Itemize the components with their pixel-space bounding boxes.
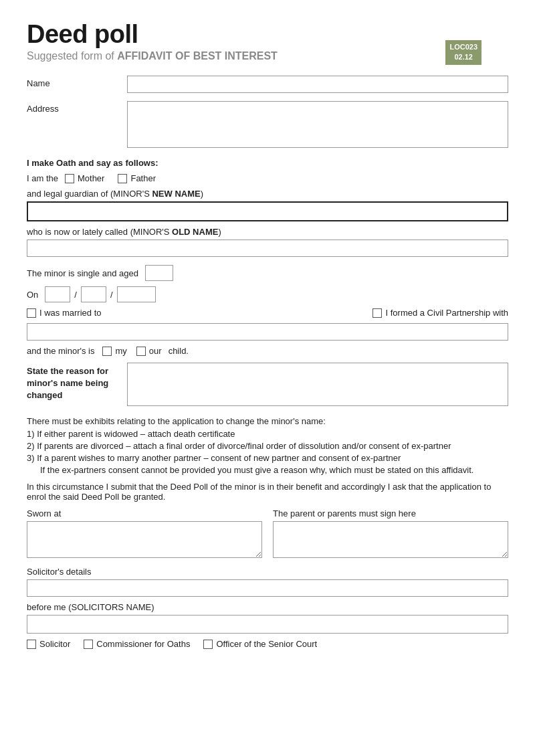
sign-here-input[interactable] <box>273 521 508 558</box>
minor-new-name-input[interactable] <box>27 201 508 221</box>
officer-checkbox-label[interactable]: Officer of the Senior Court <box>203 639 317 649</box>
solicitors-details-section: Solicitor's details <box>27 567 508 597</box>
married-checkbox-label[interactable]: I was married to <box>27 308 101 318</box>
our-checkbox-label[interactable]: our <box>136 346 162 356</box>
submit-text: In this circumstance I submit that the D… <box>27 482 508 502</box>
loc-badge: LOC023 02.12 <box>445 40 481 65</box>
sworn-sign-row: Sworn at The parent or parents must sign… <box>27 508 508 560</box>
my-label: my <box>115 346 126 356</box>
address-label: Address <box>27 101 127 114</box>
marital-row: I was married to I formed a Civil Partne… <box>27 308 508 318</box>
minor-is-label: and the minor's is <box>27 346 94 356</box>
sworn-at-input[interactable] <box>27 521 262 558</box>
mother-checkbox-label[interactable]: Mother <box>65 173 104 183</box>
father-label: Father <box>130 173 156 183</box>
commissioner-label: Commissioner for Oaths <box>96 639 190 649</box>
new-name-bold: NEW NAME <box>152 189 200 199</box>
date-day-input[interactable] <box>45 286 70 302</box>
old-name-close: ) <box>218 227 221 237</box>
exhibits-list: 1) If either parent is widowed – attach … <box>27 429 508 475</box>
married-to-label: I was married to <box>39 308 101 318</box>
reason-row: State the reason for minor's name being … <box>27 363 508 408</box>
father-checkbox-label[interactable]: Father <box>118 173 156 183</box>
legal-guardian-text: and legal guardian of (MINOR'S <box>27 189 152 199</box>
subtitle-plain: Suggested form of <box>27 50 117 62</box>
role-checkboxes-row: Solicitor Commissioner for Oaths Officer… <box>27 639 508 649</box>
our-checkbox[interactable] <box>136 347 146 356</box>
parent-type-row: I am the Mother Father <box>27 173 508 183</box>
civil-partnership-checkbox-label[interactable]: I formed a Civil Partnership with <box>372 308 508 318</box>
old-name-bold: OLD NAME <box>172 227 218 237</box>
address-row: Address <box>27 101 508 150</box>
solicitor-label: Solicitor <box>39 639 70 649</box>
our-label: our <box>149 346 162 356</box>
legal-guardian-line: and legal guardian of (MINOR'S NEW NAME) <box>27 189 508 199</box>
badge-line2: 02.12 <box>449 52 477 62</box>
minor-age-row: The minor is single and aged <box>27 265 508 281</box>
exhibit-3b: If the ex-partners consent cannot be pro… <box>27 465 508 475</box>
sworn-at-label: Sworn at <box>27 508 262 518</box>
commissioner-checkbox-label[interactable]: Commissioner for Oaths <box>84 639 190 649</box>
date-month-input[interactable] <box>81 286 106 302</box>
name-row: Name <box>27 76 508 93</box>
new-name-close: ) <box>201 189 203 199</box>
page-title: Deed poll <box>27 20 508 49</box>
minor-child-row: and the minor's is my our child. <box>27 346 508 356</box>
solicitor-checkbox-label[interactable]: Solicitor <box>27 639 70 649</box>
address-input[interactable] <box>127 101 508 148</box>
sign-here-label: The parent or parents must sign here <box>273 508 508 518</box>
oath-section: I make Oath and say as follows: I am the… <box>27 158 508 356</box>
solicitor-checkbox[interactable] <box>27 640 36 649</box>
father-checkbox[interactable] <box>118 174 127 183</box>
badge-line1: LOC023 <box>449 42 477 52</box>
civil-partnership-checkbox[interactable] <box>372 308 382 318</box>
mother-label: Mother <box>78 173 104 183</box>
name-field-area <box>127 76 508 93</box>
reason-label: State the reason for minor's name being … <box>27 363 127 402</box>
oath-title: I make Oath and say as follows: <box>27 158 508 168</box>
exhibits-section: There must be exhibits relating to the a… <box>27 416 508 475</box>
before-me-input[interactable] <box>27 615 508 634</box>
name-label: Name <box>27 76 127 88</box>
married-checkbox[interactable] <box>27 308 36 318</box>
i-am-the-label: I am the <box>27 173 58 183</box>
solicitors-details-input[interactable] <box>27 579 508 597</box>
sworn-at-col: Sworn at <box>27 508 262 560</box>
commissioner-checkbox[interactable] <box>84 640 93 649</box>
single-aged-label: The minor is single and aged <box>27 268 138 278</box>
exhibit-2: 2) If parents are divorced – attach a fi… <box>27 441 508 451</box>
date-year-input[interactable] <box>117 286 156 302</box>
mother-checkbox[interactable] <box>65 174 74 183</box>
reason-textarea[interactable] <box>127 363 508 406</box>
page-subtitle: Suggested form of AFFIDAVIT OF BEST INTE… <box>27 50 508 62</box>
officer-checkbox[interactable] <box>203 640 213 649</box>
age-input[interactable] <box>145 265 173 281</box>
child-label: child. <box>169 346 189 356</box>
my-checkbox-label[interactable]: my <box>102 346 126 356</box>
exhibit-1: 1) If either parent is widowed – attach … <box>27 429 508 439</box>
before-me-section: before me (SOLICITORS NAME) <box>27 602 508 634</box>
exhibit-3: 3) If a parent wishes to marry another p… <box>27 453 508 463</box>
solicitors-details-label: Solicitor's details <box>27 567 508 577</box>
minor-old-name-input[interactable] <box>27 240 508 257</box>
spouse-name-input[interactable] <box>27 323 508 341</box>
address-field-area <box>127 101 508 150</box>
reason-field-area <box>127 363 508 408</box>
my-checkbox[interactable] <box>102 347 112 356</box>
before-me-label: before me (SOLICITORS NAME) <box>27 602 508 612</box>
civil-partnership-label: I formed a Civil Partnership with <box>385 308 508 318</box>
lately-called-line: who is now or lately called (MINOR'S OLD… <box>27 227 508 237</box>
on-label: On <box>27 290 38 300</box>
sign-here-col: The parent or parents must sign here <box>273 508 508 560</box>
date-row: On / / <box>27 286 508 302</box>
exhibits-intro: There must be exhibits relating to the a… <box>27 416 508 426</box>
officer-label: Officer of the Senior Court <box>216 639 317 649</box>
subtitle-bold: AFFIDAVIT OF BEST INTEREST <box>117 50 278 62</box>
name-input[interactable] <box>127 76 508 93</box>
lately-called-text: who is now or lately called (MINOR'S <box>27 227 172 237</box>
